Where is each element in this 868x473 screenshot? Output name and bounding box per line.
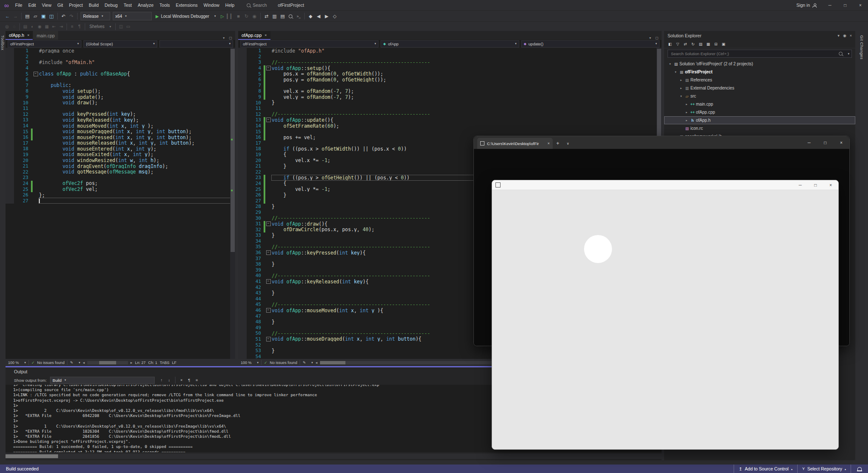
window-position-icon[interactable]: ▾ [837,34,840,38]
clear-bookmarks-icon[interactable]: ◇ [331,12,339,20]
navigate-forward-icon[interactable]: → [11,12,19,20]
history-icon[interactable]: ▭ [125,22,132,31]
new-file-icon[interactable]: ▤ [23,12,31,20]
breakpoint-margin[interactable] [6,106,14,112]
open-file-icon[interactable]: ▱ [31,12,39,20]
increase-indent-icon[interactable]: ⇥ [58,22,65,31]
code-line[interactable]: 13−void ofApp::update(){ [238,117,662,123]
app-canvas[interactable] [492,190,838,450]
breakpoint-margin[interactable] [238,261,247,267]
code-line[interactable]: 19 void mouseExited(int x, int y); [6,152,235,158]
restart-icon[interactable]: ↻ [242,12,250,20]
menu-item-view[interactable]: View [39,0,55,10]
type-dropdown[interactable]: ◆ ofApp ▾ [381,40,519,48]
breakpoint-margin[interactable] [6,94,14,100]
breakpoint-margin[interactable] [238,198,247,204]
breakpoint-margin[interactable] [238,48,247,54]
minimize-button[interactable]: ─ [793,180,808,190]
menu-item-build[interactable]: Build [86,0,101,10]
fold-marker-icon[interactable]: − [266,308,271,313]
menu-item-extensions[interactable]: Extensions [173,0,200,10]
breakpoint-margin[interactable] [238,227,247,232]
menu-item-file[interactable]: File [12,0,25,10]
horizontal-scrollbar[interactable] [87,361,128,364]
open-documents-icon[interactable]: ▾ [647,36,653,40]
next-message-icon[interactable]: ↓ [166,377,172,383]
scrollbar-thumb[interactable] [231,49,235,252]
close-tab-icon[interactable]: × [264,33,267,37]
breakpoint-margin[interactable] [6,59,14,65]
toggle-bookmark-icon[interactable]: ◆ [306,12,314,20]
previous-bookmark-icon[interactable]: ◀ [314,12,323,20]
expander-icon[interactable]: ▸ [684,103,689,106]
code-line[interactable]: 8 void setup(); [6,88,235,94]
code-line[interactable]: 24 ofVec2f pos; [6,181,235,187]
code-editor-ofapp-h[interactable]: 1#pragma once23#include "ofMain.h"45−cla… [6,48,235,359]
tab-dropdown-icon[interactable]: ∨ [563,138,573,149]
code-line[interactable]: 11 [238,106,662,112]
breakpoint-margin[interactable] [238,77,247,83]
menu-item-project[interactable]: Project [66,0,86,10]
new-tab-icon[interactable]: + [553,138,563,149]
breakpoint-margin[interactable] [6,100,14,106]
start-debugging-button[interactable]: ▶ Local Windows Debugger ▾ [156,14,216,19]
breakpoint-margin[interactable] [6,83,14,89]
search-box[interactable]: Search [247,3,267,8]
expander-icon[interactable]: ▸ [684,111,689,114]
code-line[interactable]: 15 [238,129,662,134]
shelves-dropdown[interactable]: Shelves ▾ [89,24,111,29]
stop-debugging-icon[interactable]: ■ [234,12,242,20]
breakpoint-margin[interactable] [238,71,247,77]
hot-reload-icon[interactable]: ◉ [250,12,259,20]
uncomment-icon[interactable]: ¶ [76,22,83,31]
scrollbar-thumb[interactable] [6,454,58,458]
breakpoint-margin[interactable] [6,117,14,123]
vertical-scrollbar[interactable] [230,48,235,359]
code-line[interactable]: 11 [6,106,235,112]
breakpoint-margin[interactable] [6,48,14,54]
switch-views-icon[interactable]: ◧ [667,41,673,48]
close-panel-icon[interactable]: × [850,34,852,38]
command-window-icon[interactable]: >_ [295,12,303,20]
breakpoint-margin[interactable] [6,112,14,118]
breakpoint-margin[interactable] [6,140,14,146]
breakpoint-margin[interactable] [238,186,247,192]
code-line[interactable]: 10} [238,100,662,106]
minimize-button[interactable]: ─ [822,0,837,10]
breakpoint-margin[interactable] [238,302,247,308]
code-line[interactable]: 13 void keyReleased(int key); [6,117,235,123]
output-source-dropdown[interactable]: Build ▾ [50,377,155,384]
breakpoint-margin[interactable] [238,181,247,187]
split-window-icon[interactable]: ▢ [654,36,660,40]
add-to-source-control-button[interactable]: ↥ Add to Source Control ▴ [734,465,797,473]
breakpoint-margin[interactable] [6,54,14,60]
clear-all-icon[interactable]: × [178,377,185,383]
quick-info-icon[interactable]: ◉ [36,22,43,31]
breakpoint-margin[interactable] [238,152,247,158]
breakpoint-margin[interactable] [6,129,14,134]
expander-icon[interactable]: ▸ [679,78,684,82]
code-line[interactable]: 15 void mouseDragged(int x, int y, int b… [6,129,235,134]
breakpoint-margin[interactable] [238,175,247,181]
sign-in-button[interactable]: Sign in [796,3,822,8]
breakpoint-margin[interactable] [238,65,247,71]
breakpoint-margin[interactable] [238,157,247,163]
breakpoint-margin[interactable] [6,198,14,204]
code-line[interactable]: 22 void gotMessage(ofMessage msg); [6,169,235,175]
split-window-icon[interactable]: ▢ [228,36,234,40]
expander-icon[interactable]: ▸ [679,87,684,90]
code-line[interactable]: 27 [6,198,235,204]
solution-configuration-dropdown[interactable]: Release ▾ [81,12,110,20]
breakpoint-margin[interactable] [238,336,247,342]
member-dropdown[interactable]: ◆ update() ▾ [521,40,659,48]
code-line[interactable]: 25 ofVec2f vel; [6,186,235,192]
breakpoint-margin[interactable] [238,250,247,256]
comment-icon[interactable]: ≡ [69,22,76,31]
filter-icon[interactable]: ▽ [674,41,681,48]
breakpoint-margin[interactable] [6,181,14,187]
breakpoint-margin[interactable] [238,54,247,60]
code-line[interactable]: 16 void mousePressed(int x, int y, int b… [6,134,235,140]
tree-item[interactable]: ▸▤References [664,76,855,84]
fold-marker-icon[interactable]: − [266,337,271,341]
tree-item[interactable]: ▨icon.rc [664,124,855,132]
